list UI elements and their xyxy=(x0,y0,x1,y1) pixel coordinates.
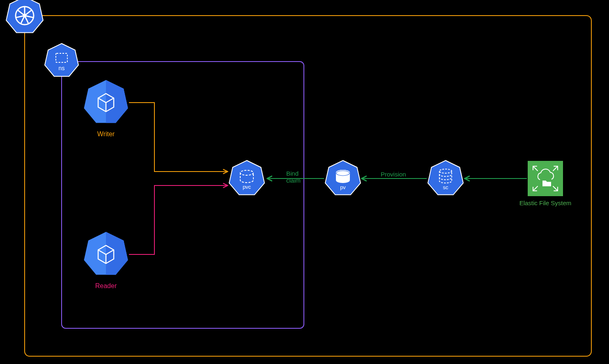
writer-label: Writer xyxy=(97,130,115,137)
pv-icon: pv xyxy=(325,160,361,195)
svg-marker-16 xyxy=(106,232,128,275)
edge-bind-label-2: claim xyxy=(286,177,301,184)
kubernetes-cluster-icon xyxy=(6,0,43,33)
writer-pod-icon xyxy=(84,80,128,123)
edge-reader-pvc xyxy=(129,185,227,254)
sc-label: sc xyxy=(443,184,449,190)
svg-point-26 xyxy=(336,177,349,182)
ns-label: ns xyxy=(59,65,65,71)
pv-label: pv xyxy=(340,184,346,190)
svg-marker-13 xyxy=(106,80,128,123)
cluster-frame xyxy=(25,16,591,356)
sc-icon: sc xyxy=(428,160,463,195)
reader-label: Reader xyxy=(95,282,117,289)
reader-pod-icon xyxy=(84,232,128,275)
pvc-icon: pvc xyxy=(229,160,264,195)
edge-bind-label-1: Bind xyxy=(286,170,299,177)
efs-label: Elastic File System xyxy=(519,199,572,206)
diagram-canvas: ns Writer Reader pvc xyxy=(0,0,609,364)
efs-icon xyxy=(528,161,563,196)
edge-provision-label: Provision xyxy=(381,171,406,178)
edge-writer-pvc xyxy=(129,103,227,172)
namespace-icon: ns xyxy=(45,43,78,76)
pvc-label: pvc xyxy=(243,184,251,190)
